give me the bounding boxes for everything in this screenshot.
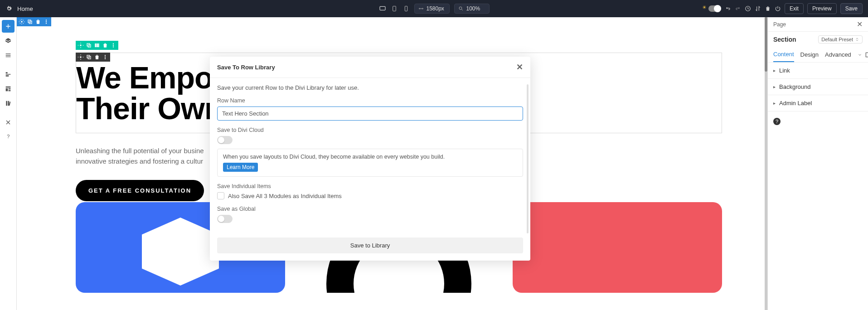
tools-button[interactable]: [2, 116, 15, 129]
settings-icon[interactable]: [5, 5, 13, 12]
question-icon: ?: [5, 133, 12, 140]
panel-page-label: Page: [773, 21, 786, 28]
save-cloud-label: Save to Divi Cloud: [217, 127, 523, 133]
svg-point-21: [80, 56, 82, 58]
trash-icon[interactable]: [765, 5, 771, 12]
svg-point-11: [46, 23, 47, 24]
module-delete-icon[interactable]: [94, 54, 100, 60]
svg-point-25: [105, 57, 106, 58]
row-delete-icon[interactable]: [102, 42, 108, 48]
row-columns-icon[interactable]: [94, 42, 100, 48]
theme-toggle[interactable]: [708, 5, 721, 12]
module-duplicate-icon[interactable]: [86, 54, 92, 60]
section-duplicate-icon[interactable]: [27, 19, 33, 25]
viewport-width-value: 1580px: [427, 5, 444, 12]
svg-rect-16: [97, 44, 98, 47]
svg-rect-15: [95, 44, 96, 47]
phone-icon[interactable]: [402, 5, 410, 12]
cta-button[interactable]: GET A FREE CONSULTATION: [76, 180, 204, 201]
row-name-label: Row Name: [217, 97, 523, 104]
svg-point-9: [46, 19, 47, 20]
modal-scrollbar[interactable]: [527, 84, 529, 233]
svg-point-18: [113, 43, 114, 44]
save-individual-label: Save Individual Items: [217, 183, 523, 189]
tab-expand-icon[interactable]: [865, 52, 868, 58]
tab-content[interactable]: Content: [773, 47, 794, 62]
modal-close-icon[interactable]: ✕: [516, 62, 523, 72]
power-icon[interactable]: [775, 5, 781, 12]
accordion-link-label: Link: [779, 67, 790, 74]
accordion-background[interactable]: ▸Background: [768, 79, 868, 95]
save-individual-text: Also Save All 3 Modules as Individual It…: [228, 193, 342, 199]
redo-icon[interactable]: [735, 5, 741, 12]
row-duplicate-icon[interactable]: [86, 42, 92, 48]
help-button[interactable]: ?: [2, 131, 15, 143]
navigator-button[interactable]: [2, 68, 15, 81]
exit-button[interactable]: Exit: [785, 3, 804, 14]
zoom-input[interactable]: 100%: [454, 4, 490, 14]
tab-design[interactable]: Design: [800, 48, 819, 62]
row-toolbar: [76, 41, 118, 50]
section-delete-icon[interactable]: [35, 19, 41, 25]
module-settings-icon[interactable]: [78, 54, 84, 60]
svg-rect-7: [28, 20, 31, 23]
tools-icon: [5, 119, 12, 126]
wireframe-button[interactable]: [2, 82, 15, 95]
modal-title: Save To Row Library: [217, 64, 275, 71]
zoom-value: 100%: [466, 5, 480, 12]
tablet-icon[interactable]: [391, 5, 398, 12]
svg-rect-0: [380, 6, 385, 10]
save-button[interactable]: Save: [840, 3, 863, 14]
row-more-icon[interactable]: [110, 42, 116, 48]
panel-section-title: Section: [773, 36, 796, 43]
viewport-width-input[interactable]: 1580px: [414, 4, 450, 14]
accordion-link[interactable]: ▸Link: [768, 63, 868, 79]
accordion-admin-label-label: Admin Label: [779, 100, 812, 107]
undo-icon[interactable]: [725, 5, 731, 12]
settings-panel: Page ✕ Section Default Preset Content De…: [767, 17, 868, 310]
save-global-label: Save as Global: [217, 206, 523, 212]
preset-dropdown[interactable]: Default Preset: [818, 35, 863, 44]
wireframe-icon: [5, 85, 12, 92]
svg-point-12: [80, 44, 82, 46]
section-toolbar: [17, 17, 51, 27]
desktop-icon[interactable]: [379, 5, 386, 12]
hero-heading-line2: Their Own: [76, 91, 223, 126]
svg-point-19: [113, 45, 114, 46]
add-button[interactable]: [2, 20, 15, 33]
accordion-admin-label[interactable]: ▸Admin Label: [768, 95, 868, 111]
list-button[interactable]: [2, 49, 15, 62]
svg-point-20: [113, 46, 114, 47]
tab-chevron-icon[interactable]: [858, 53, 862, 57]
accordion-background-label: Background: [779, 83, 810, 90]
left-sidebar: ?: [0, 17, 17, 310]
home-link[interactable]: Home: [17, 5, 33, 12]
svg-point-3: [459, 7, 462, 10]
save-global-toggle[interactable]: [217, 215, 233, 223]
layers-button[interactable]: [2, 34, 15, 47]
row-name-input[interactable]: [217, 107, 523, 121]
library-button[interactable]: [2, 97, 15, 110]
preview-button[interactable]: Preview: [807, 3, 837, 14]
svg-point-24: [105, 55, 106, 56]
top-bar: Home 1580px 100% Exit Preview Save: [0, 0, 868, 17]
row-settings-icon[interactable]: [78, 42, 84, 48]
close-panel-icon[interactable]: ✕: [857, 20, 863, 29]
section-more-icon[interactable]: [43, 19, 49, 25]
panel-help-icon[interactable]: ?: [773, 118, 781, 125]
save-cloud-toggle[interactable]: [217, 136, 233, 144]
plus-icon: [5, 23, 12, 30]
save-row-modal: Save To Row Library ✕ Save your current …: [210, 57, 530, 261]
width-icon: [418, 6, 424, 11]
tab-advanced[interactable]: Advanced: [825, 48, 851, 62]
learn-more-button[interactable]: Learn More: [223, 163, 258, 172]
module-more-icon[interactable]: [102, 54, 108, 60]
history-icon[interactable]: [745, 5, 751, 12]
sort-icon[interactable]: [755, 5, 761, 12]
hero-subtext-line2: innovative strategies and fostering a cu…: [76, 157, 203, 165]
panel-tabs: Content Design Advanced: [768, 47, 868, 63]
hero-subtext-line1: Unleashing the full potential of your bu…: [76, 147, 204, 155]
save-to-library-button[interactable]: Save to Library: [217, 237, 523, 253]
section-settings-icon[interactable]: [19, 19, 25, 25]
save-individual-checkbox[interactable]: [217, 192, 224, 199]
